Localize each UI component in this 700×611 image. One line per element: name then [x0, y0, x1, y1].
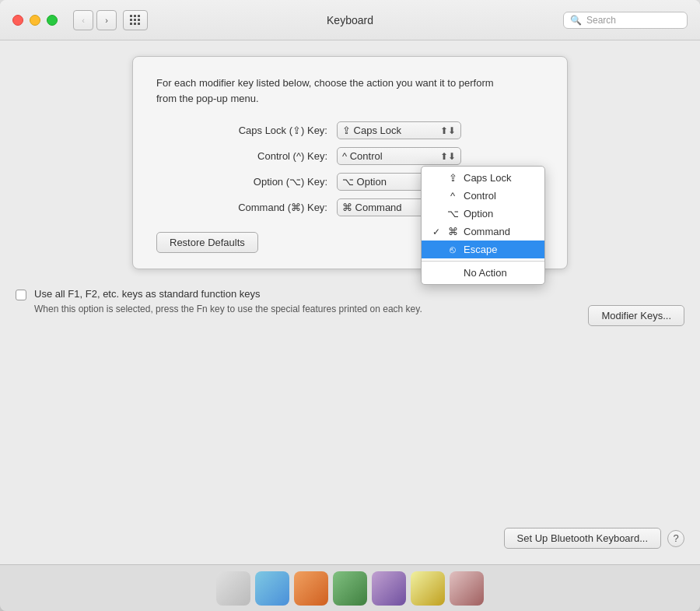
caps-lock-row: Caps Lock (⇪) Key: ⇪ Caps Lock ⬆⬇ — [156, 121, 544, 139]
modifier-keys-dialog: For each modifier key listed below, choo… — [132, 56, 568, 269]
option-label: Option (⌥) Key: — [156, 176, 327, 188]
dock-icon-5[interactable] — [372, 571, 406, 606]
dock-icon-4[interactable] — [333, 571, 367, 606]
caps-lock-arrows: ⬆⬇ — [440, 125, 456, 136]
option-icon: ⌥ — [446, 208, 459, 219]
fn-keys-checkbox[interactable] — [16, 290, 26, 300]
escape-icon: ⎋ — [446, 244, 459, 255]
main-content: For each modifier key listed below, choo… — [0, 40, 700, 564]
modifier-keys-btn-area: Modifier Keys... — [588, 305, 684, 326]
keyboard-window: ‹ › Keyboard 🔍 Search For each modifier … — [0, 0, 700, 611]
caps-lock-option-label: Caps Lock — [464, 172, 511, 184]
grid-icon — [130, 15, 141, 26]
dropdown-item-no-action[interactable]: No Action — [422, 264, 544, 282]
control-select[interactable]: ^ Control ⬆⬇ — [337, 147, 461, 165]
bottom-row: Set Up Bluetooth Keyboard... ? — [504, 528, 684, 549]
control-arrows: ⬆⬇ — [440, 151, 456, 162]
dock-icon-3[interactable] — [294, 571, 328, 606]
control-value: ^ Control — [342, 150, 437, 162]
dock-icon-6[interactable] — [411, 571, 445, 606]
control-icon: ^ — [446, 190, 459, 202]
control-label: Control (^) Key: — [156, 150, 327, 162]
control-option-label: Control — [464, 190, 496, 202]
dropdown-item-command[interactable]: ✓ ⌘ Command — [422, 223, 544, 241]
caps-lock-icon: ⇪ — [446, 172, 459, 184]
minimize-button[interactable] — [30, 15, 40, 26]
dock-icon-2[interactable] — [255, 571, 289, 606]
help-button[interactable]: ? — [667, 530, 684, 547]
close-button[interactable] — [12, 15, 23, 26]
caps-lock-label: Caps Lock (⇪) Key: — [156, 125, 327, 136]
dropdown-item-control[interactable]: ^ Control — [422, 187, 544, 205]
back-button[interactable]: ‹ — [73, 10, 93, 30]
fn-keys-text: Use all F1, F2, etc. keys as standard fu… — [34, 288, 422, 316]
traffic-lights — [12, 15, 58, 26]
dropdown-item-option[interactable]: ⌥ Option — [422, 205, 544, 223]
dropdown-item-caps-lock[interactable]: ⇪ Caps Lock — [422, 169, 544, 187]
forward-button[interactable]: › — [96, 10, 117, 30]
titlebar: ‹ › Keyboard 🔍 Search — [0, 0, 700, 40]
window-title: Keyboard — [327, 14, 373, 26]
fn-keys-row: Use all F1, F2, etc. keys as standard fu… — [16, 288, 684, 316]
escape-option-label: Escape — [464, 244, 497, 255]
command-icon: ⌘ — [446, 226, 459, 237]
no-action-label: No Action — [464, 267, 507, 279]
search-icon: 🔍 — [570, 15, 582, 26]
dock-icon-1[interactable] — [216, 571, 250, 606]
search-placeholder: Search — [586, 15, 616, 26]
grid-view-button[interactable] — [123, 10, 148, 30]
command-label: Command (⌘) Key: — [156, 202, 327, 213]
caps-lock-value: ⇪ Caps Lock — [342, 125, 437, 136]
dock-icon-7[interactable] — [450, 571, 484, 606]
dropdown-popup: ⇪ Caps Lock ^ Control ⌥ Option ✓ ⌘ Comma… — [421, 166, 545, 285]
option-option-label: Option — [464, 208, 493, 219]
dialog-description: For each modifier key listed below, choo… — [156, 75, 514, 106]
modifier-keys-button[interactable]: Modifier Keys... — [588, 305, 684, 326]
bluetooth-keyboard-button[interactable]: Set Up Bluetooth Keyboard... — [504, 528, 661, 549]
fn-keys-label: Use all F1, F2, etc. keys as standard fu… — [34, 288, 422, 300]
control-row: Control (^) Key: ^ Control ⬆⬇ — [156, 147, 544, 165]
restore-defaults-button[interactable]: Restore Defaults — [156, 232, 258, 253]
dropdown-item-escape[interactable]: ⎋ Escape — [422, 241, 544, 258]
dock-bar — [0, 564, 700, 611]
dropdown-separator — [422, 261, 544, 262]
maximize-button[interactable] — [47, 15, 58, 26]
caps-lock-select[interactable]: ⇪ Caps Lock ⬆⬇ — [337, 121, 461, 139]
nav-buttons: ‹ › — [73, 10, 117, 30]
command-check: ✓ — [431, 226, 442, 237]
command-option-label: Command — [464, 226, 510, 237]
fn-keys-sublabel: When this option is selected, press the … — [34, 303, 422, 316]
back-icon: ‹ — [82, 16, 85, 25]
search-box[interactable]: 🔍 Search — [563, 12, 688, 29]
forward-icon: › — [105, 16, 108, 25]
bottom-section: Use all F1, F2, etc. keys as standard fu… — [16, 288, 684, 316]
